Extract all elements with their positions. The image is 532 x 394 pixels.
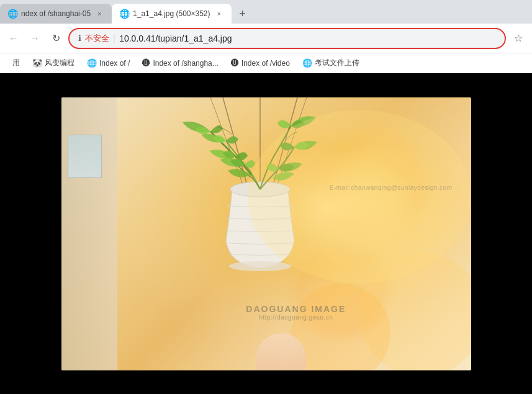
bookmark-fengbian-label: 风变编程 — [45, 58, 74, 68]
watermark-brand-name: DAOGUANG IMAGE — [246, 304, 346, 314]
bookmark-upload-favicon: 🌐 — [302, 58, 312, 68]
address-divider: | — [113, 33, 115, 44]
address-bar-row: ← → ↻ ℹ 不安全 | 10.0.0.41/tupian/1_a1_a4.j… — [0, 24, 532, 53]
bookmark-shanghai-favicon: 🅤 — [142, 58, 150, 68]
tab-1-favicon: 🌐 — [7, 9, 17, 19]
bookmark-shanghai-label: Index of /shangha... — [153, 59, 218, 68]
tab-1-title: ndex of /shanghai-05 — [21, 9, 91, 18]
tab-2-close[interactable]: × — [214, 9, 224, 19]
bookmark-yong-label: 用 — [12, 58, 20, 68]
bookmarks-bar: 用 🐼 风变编程 🌐 Index of / 🅤 Index of /shangh… — [0, 53, 532, 73]
watermark-brand-url: http://daoguang.geso.cn — [246, 314, 346, 321]
svg-point-11 — [229, 261, 291, 271]
security-icon: ℹ — [78, 34, 81, 43]
bookmark-upload[interactable]: 🌐 考试文件上传 — [297, 55, 364, 71]
bookmark-fengbian-favicon: 🐼 — [32, 58, 42, 68]
bookmark-fengbian[interactable]: 🐼 风变编程 — [27, 55, 79, 71]
tab-1-close[interactable]: × — [94, 9, 104, 19]
bookmark-yong[interactable]: 用 — [5, 55, 25, 71]
page-content: E-mail:chanwanqing@sunlaydesign.com DAOG… — [0, 73, 532, 394]
security-text: 不安全 — [85, 33, 109, 44]
bookmark-video-label: Index of /video — [241, 59, 290, 68]
bookmark-star-button[interactable]: ☆ — [510, 30, 527, 47]
tab-2-title: 1_a1_a4.jpg (500×352) — [133, 9, 210, 18]
displayed-image: E-mail:chanwanqing@sunlaydesign.com DAOG… — [61, 97, 471, 370]
tab-1[interactable]: 🌐 ndex of /shanghai-05 × — [0, 4, 112, 24]
bookmark-index-of[interactable]: 🌐 Index of / — [82, 56, 135, 70]
forward-button[interactable]: → — [26, 30, 43, 47]
back-button[interactable]: ← — [5, 30, 22, 47]
tab-bar: 🌐 ndex of /shanghai-05 × 🌐 1_a1_a4.jpg (… — [0, 0, 532, 24]
bookmark-shanghai[interactable]: 🅤 Index of /shangha... — [137, 56, 223, 70]
bookmark-index-label: Index of / — [99, 59, 130, 68]
new-tab-button[interactable]: + — [234, 5, 251, 22]
svg-point-12 — [248, 110, 471, 284]
plant-illustration — [61, 97, 471, 370]
bookmark-index-favicon: 🌐 — [87, 58, 97, 68]
tab-2-favicon: 🌐 — [119, 9, 129, 19]
address-box[interactable]: ℹ 不安全 | 10.0.0.41/tupian/1_a1_a4.jpg — [68, 28, 506, 49]
address-url: 10.0.0.41/tupian/1_a1_a4.jpg — [119, 34, 496, 43]
watermark-email: E-mail:chanwanqing@sunlaydesign.com — [330, 184, 453, 191]
tab-2[interactable]: 🌐 1_a1_a4.jpg (500×352) × — [112, 4, 231, 24]
watermark-brand: DAOGUANG IMAGE http://daoguang.geso.cn — [246, 304, 346, 321]
bookmark-video[interactable]: 🅤 Index of /video — [226, 56, 295, 70]
bookmark-video-favicon: 🅤 — [231, 58, 239, 68]
refresh-button[interactable]: ↻ — [47, 30, 65, 47]
bookmark-upload-label: 考试文件上传 — [315, 58, 359, 68]
